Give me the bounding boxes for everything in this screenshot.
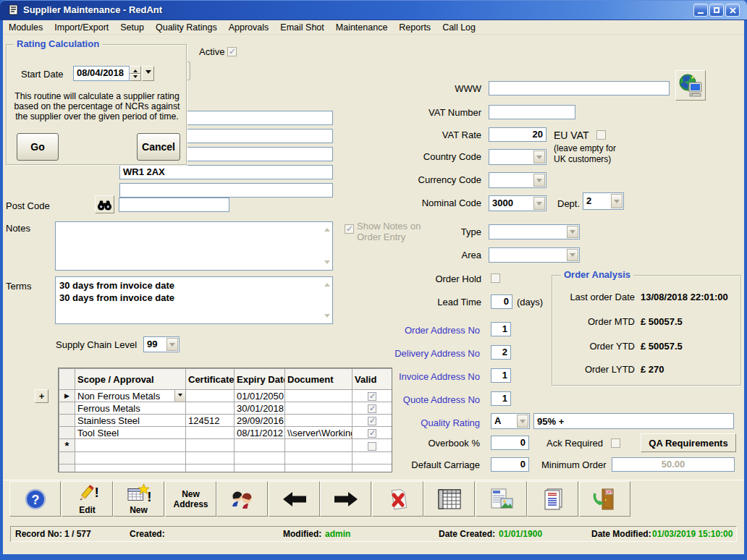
close-button[interactable] (725, 4, 740, 17)
start-date-input[interactable]: 08/04/2018 (73, 66, 130, 81)
row-selector[interactable] (59, 402, 75, 415)
datasheet-view-button[interactable] (423, 481, 475, 517)
document-cell[interactable] (285, 439, 353, 452)
row-selector[interactable] (59, 464, 75, 473)
next-record-button[interactable] (320, 481, 371, 517)
menu-call-log[interactable]: Call Log (436, 21, 481, 34)
order-address-no-input[interactable]: 1 (491, 322, 511, 336)
menu-quality-ratings[interactable]: Quality Ratings (150, 21, 223, 34)
address-line-4[interactable]: WR1 2AX (119, 165, 333, 179)
eu-vat-checkbox[interactable] (596, 130, 606, 140)
area-combo[interactable] (489, 247, 580, 263)
menu-setup[interactable]: Setup (114, 21, 150, 34)
qa-requirements-button[interactable]: QA Requirements (641, 433, 736, 452)
maximize-button[interactable] (709, 4, 724, 17)
notes-scroll-down-icon[interactable] (324, 260, 330, 267)
terms-scroll-up-icon[interactable] (324, 280, 330, 287)
show-notes-checkbox[interactable] (345, 224, 354, 234)
type-combo[interactable] (489, 224, 580, 239)
row-selector[interactable] (59, 452, 75, 464)
row-selector-new[interactable]: * (59, 439, 75, 452)
vat-rate-input[interactable]: 20 (489, 127, 546, 142)
terms-textarea[interactable]: 30 days from invoice date 30 days from i… (55, 276, 333, 324)
area-dropdown-button[interactable] (567, 249, 578, 261)
post-code-input[interactable] (119, 198, 229, 212)
scope-cell[interactable] (75, 464, 186, 473)
menu-maintenance[interactable]: Maintenance (330, 21, 394, 34)
address-line-5[interactable] (119, 183, 333, 198)
previous-record-button[interactable] (269, 481, 320, 517)
notes-textarea[interactable] (55, 221, 333, 271)
document-cell[interactable] (285, 402, 353, 415)
help-button[interactable]: ? (9, 481, 61, 517)
menu-import-export[interactable]: Import/Export (48, 21, 114, 34)
new-address-button[interactable]: New Address (165, 481, 216, 517)
go-button[interactable]: Go (17, 133, 59, 161)
scope-cell[interactable]: Ferrous Metals (75, 402, 186, 415)
delete-record-button[interactable] (372, 481, 423, 517)
document-cell[interactable]: \\server\Working (285, 427, 353, 439)
expiry-cell[interactable]: 01/01/2050 (235, 390, 285, 402)
certificate-cell[interactable] (186, 439, 235, 452)
quote-address-no-input[interactable]: 1 (491, 391, 511, 406)
delivery-address-no-input[interactable]: 2 (491, 345, 511, 360)
document-cell[interactable] (285, 452, 353, 464)
scope-cell[interactable]: Stainless Steel (75, 415, 186, 427)
certificate-cell[interactable] (186, 402, 235, 415)
edit-button[interactable]: ! Edit (62, 481, 113, 517)
document-cell[interactable] (285, 464, 353, 473)
row-selector[interactable] (59, 415, 75, 427)
supply-chain-level-combo[interactable]: 99 (143, 336, 180, 352)
scope-cell[interactable]: Tool Steel (75, 427, 186, 439)
expiry-cell[interactable] (235, 452, 285, 464)
country-code-dropdown-button[interactable] (533, 150, 545, 164)
certificate-cell[interactable] (186, 390, 235, 402)
post-code-find-button[interactable] (95, 195, 114, 213)
currency-code-combo[interactable] (489, 172, 546, 188)
new-button[interactable]: ! New (113, 481, 164, 517)
dept-dropdown-button[interactable] (611, 194, 622, 208)
document-cell[interactable] (285, 390, 353, 402)
type-dropdown-button[interactable] (567, 226, 578, 238)
row-selector[interactable]: ▶ (59, 390, 75, 402)
invoice-address-no-input[interactable]: 1 (491, 368, 511, 383)
minimize-button[interactable] (693, 4, 708, 17)
valid-checkbox[interactable] (368, 404, 376, 413)
quality-rating-dropdown-button[interactable] (517, 415, 528, 428)
document-cell[interactable] (285, 415, 353, 427)
expiry-cell[interactable]: 29/09/2016 (235, 415, 285, 427)
expiry-cell[interactable] (235, 439, 285, 452)
ack-required-checkbox[interactable] (611, 438, 620, 448)
scope-cell[interactable] (75, 452, 186, 464)
supply-chain-dropdown-button[interactable] (166, 338, 178, 351)
contacts-button[interactable] (216, 481, 268, 517)
cancel-button[interactable]: Cancel (137, 133, 180, 161)
country-code-combo[interactable] (489, 149, 546, 165)
add-approval-row-button[interactable]: + (35, 389, 48, 403)
expiry-cell[interactable]: 08/11/2012 (235, 427, 285, 439)
dept-combo[interactable]: 2 (583, 192, 624, 210)
report-preview-button[interactable] (476, 481, 527, 517)
start-date-spin-down[interactable] (130, 74, 141, 81)
scope-cell[interactable]: Non Ferrous Metals (75, 390, 186, 402)
terms-scroll-down-icon[interactable] (324, 314, 330, 321)
start-date-dropdown-button[interactable] (142, 66, 154, 81)
report-button[interactable] (527, 481, 578, 517)
quality-rating-combo[interactable]: A (491, 413, 530, 429)
scope-dropdown-button[interactable] (174, 390, 185, 402)
order-hold-checkbox[interactable] (491, 273, 500, 283)
expiry-cell[interactable]: 30/01/2018 (235, 402, 285, 415)
nominal-code-dropdown-button[interactable] (533, 197, 545, 210)
vat-number-input[interactable] (489, 105, 575, 119)
certificate-cell[interactable] (186, 452, 235, 464)
scope-cell[interactable] (75, 439, 186, 452)
certificate-cell[interactable]: 124512 (186, 415, 235, 427)
www-input[interactable] (489, 81, 670, 96)
row-selector[interactable] (59, 427, 75, 439)
notes-scroll-up-icon[interactable] (324, 225, 330, 232)
expiry-cell[interactable] (235, 464, 285, 473)
overbook-input[interactable]: 0 (491, 436, 529, 450)
certificate-cell[interactable] (186, 427, 235, 439)
menu-reports[interactable]: Reports (393, 21, 436, 34)
active-checkbox[interactable] (227, 47, 237, 56)
